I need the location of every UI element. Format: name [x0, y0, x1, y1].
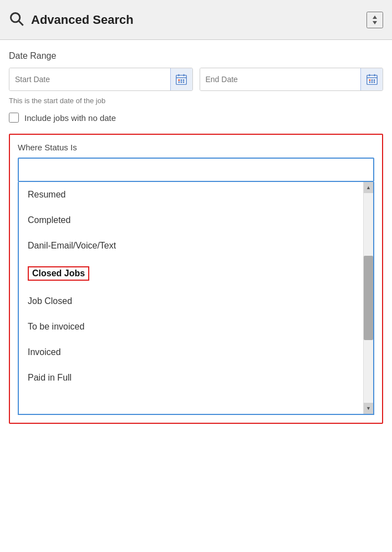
end-date-wrapper — [200, 68, 384, 91]
list-item-closed-jobs[interactable]: Closed Jobs — [19, 259, 363, 288]
start-date-input[interactable] — [9, 68, 170, 90]
list-item[interactable]: Paid in Full — [19, 365, 363, 391]
svg-point-0 — [11, 13, 20, 22]
scrollbar: ▲ ▼ — [363, 182, 373, 414]
closed-jobs-label: Closed Jobs — [28, 266, 89, 281]
svg-rect-20 — [373, 79, 375, 81]
svg-rect-8 — [179, 79, 180, 81]
header: Advanced Search — [0, 0, 392, 40]
start-date-wrapper — [9, 68, 193, 91]
list-item[interactable]: Invoiced — [19, 340, 363, 365]
end-date-input[interactable] — [200, 68, 361, 90]
status-list[interactable]: Resumed Completed Danil-Email/Voice/Text… — [19, 182, 363, 414]
list-item[interactable]: Job Closed — [19, 288, 363, 314]
svg-rect-19 — [371, 79, 373, 81]
start-date-calendar-button[interactable] — [170, 68, 192, 91]
list-item[interactable]: Resumed — [19, 182, 363, 207]
status-search-input[interactable] — [18, 158, 374, 182]
svg-line-1 — [19, 21, 23, 26]
status-section-label: Where Status Is — [18, 143, 374, 152]
svg-rect-21 — [369, 82, 370, 83]
status-section: Where Status Is Resumed Completed Danil-… — [9, 134, 383, 424]
svg-rect-13 — [183, 82, 185, 83]
list-item[interactable]: To be invoiced — [19, 314, 363, 340]
include-no-date-checkbox[interactable] — [9, 113, 19, 123]
include-no-date-row: Include jobs with no date — [9, 113, 383, 123]
scroll-up-arrow[interactable]: ▲ — [364, 182, 373, 193]
status-list-wrapper: Resumed Completed Danil-Email/Voice/Text… — [18, 182, 374, 415]
end-date-calendar-button[interactable] — [360, 68, 383, 91]
date-range-label: Date Range — [9, 51, 383, 61]
date-hint: This is the start date of the job — [9, 97, 383, 105]
svg-rect-9 — [181, 79, 182, 81]
svg-rect-10 — [183, 79, 185, 81]
main-content: Date Range — [0, 40, 392, 435]
date-inputs-row — [9, 68, 383, 91]
svg-rect-18 — [369, 79, 370, 81]
svg-marker-2 — [373, 16, 377, 19]
search-icon — [9, 11, 24, 29]
scrollbar-track[interactable] — [364, 193, 373, 403]
svg-rect-22 — [371, 82, 373, 83]
include-no-date-label: Include jobs with no date — [24, 113, 116, 123]
list-item[interactable]: Completed — [19, 207, 363, 233]
list-item[interactable]: Danil-Email/Voice/Text — [19, 233, 363, 259]
sort-button[interactable] — [366, 12, 383, 28]
scroll-down-arrow[interactable]: ▼ — [364, 403, 373, 414]
svg-rect-12 — [181, 82, 182, 83]
scrollbar-thumb[interactable] — [364, 256, 373, 340]
svg-rect-23 — [373, 82, 375, 83]
svg-rect-11 — [179, 82, 180, 83]
svg-marker-3 — [373, 21, 377, 24]
page-title: Advanced Search — [31, 13, 134, 27]
header-left: Advanced Search — [9, 11, 134, 29]
